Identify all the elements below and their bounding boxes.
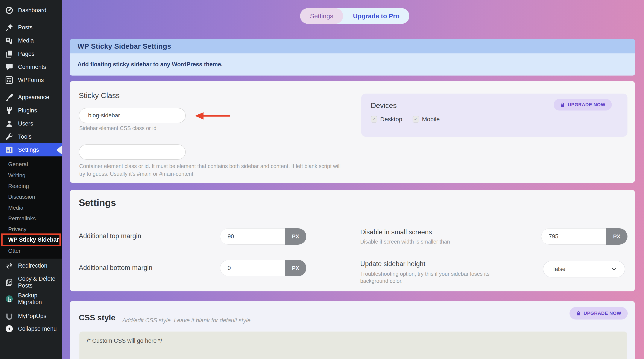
submenu-item-media[interactable]: Media [0,202,62,213]
sidebar-item-backup-migration[interactable]: Backup Migration [0,293,62,305]
sidebar-item-copy-delete-posts[interactable]: Copy & Delete Posts [0,273,62,292]
plugin-subheader: Add floating sticky sidebar to any WordP… [70,53,635,75]
submenu-item-permalinks[interactable]: Permalinks [0,213,62,224]
small-screens-unit-badge: PX [606,228,628,245]
mypopups-icon [5,312,13,320]
plugin-header: WP Sticky Sidebar Settings [70,39,635,53]
sidebar-item-plugins[interactable]: Plugins [0,104,62,117]
sidebar-item-users[interactable]: Users [0,117,62,130]
submenu-item-writing[interactable]: Writing [0,170,62,181]
plugins-icon [5,106,13,115]
sidebar-item-redirection[interactable]: Redirection [0,259,62,272]
small-screens-label: Disable in small screens [360,228,432,236]
collapse-menu-button[interactable]: Collapse menu [0,322,62,335]
users-icon [5,119,13,128]
posts-icon [5,23,13,31]
tab-upgrade-to-pro[interactable]: Upgrade to Pro [343,8,409,24]
submenu-item-otter[interactable]: Otter [0,246,62,256]
devices-card: Devices UPGRADE NOW ✓ Desktop ✓ Mobile [361,93,628,137]
devices-upgrade-now-button[interactable]: UPGRADE NOW [554,99,612,110]
update-sidebar-height-select[interactable]: false [543,261,625,278]
css-style-heading: CSS style [79,313,116,322]
submenu-label: Privacy [8,226,26,233]
submenu-label: Discussion [8,194,35,200]
checkbox-mobile-label: Mobile [422,116,440,123]
backup-migration-icon [5,295,13,303]
submenu-item-general[interactable]: General [0,159,62,170]
sidebar-item-mypopups[interactable]: MyPopUps [0,310,62,323]
container-class-input[interactable] [79,144,186,160]
sticky-class-heading: Sticky Class [79,91,120,100]
submenu-item-discussion[interactable]: Discussion [0,191,62,202]
submenu-item-reading[interactable]: Reading [0,181,62,191]
upgrade-now-label: UPGRADE NOW [584,311,621,316]
admin-sidebar: Dashboard Posts Media Pages Comments WPF… [0,0,62,359]
dashboard-icon [5,6,13,14]
sidebar-item-pages[interactable]: Pages [0,47,62,60]
upgrade-now-label: UPGRADE NOW [568,102,605,107]
bottom-margin-unit-badge: PX [285,260,306,276]
tab-settings[interactable]: Settings [300,8,343,24]
settings-card: Settings Additional top margin PX Disabl… [70,190,635,291]
css-style-card: CSS style Add/edit CSS style. Leave it b… [70,301,635,359]
bottom-margin-input[interactable] [220,260,285,276]
small-screens-field: PX [541,228,628,245]
checkbox-mobile[interactable]: ✓ Mobile [412,116,440,123]
sidebar-item-label: Plugins [18,107,37,114]
sidebar-item-label: Redirection [18,262,48,269]
check-icon: ✓ [371,116,377,122]
sidebar-item-label: MyPopUps [18,313,46,320]
sticky-class-card: Sticky Class Sidebar element CSS class o… [70,81,635,183]
sidebar-item-label: Comments [18,64,46,70]
sidebar-item-settings[interactable]: Settings [0,143,62,156]
sidebar-item-tools[interactable]: Tools [0,130,62,143]
custom-css-textarea[interactable]: /* Custom CSS will go here */ [80,332,627,359]
sidebar-item-label: Pages [18,51,34,57]
css-style-note: Add/edit CSS style. Leave it blank for d… [122,317,252,324]
media-icon [5,36,13,45]
sidebar-item-appearance[interactable]: Appearance [0,91,62,104]
checkbox-desktop[interactable]: ✓ Desktop [371,116,402,123]
select-value: false [553,266,566,273]
annotation-highlight-box [1,234,61,246]
sidebar-item-label: Backup Migration [18,292,62,306]
sidebar-item-label: Media [18,37,34,44]
top-margin-label: Additional top margin [79,232,141,240]
chevron-down-icon [611,266,618,272]
page-subtitle: Add floating sticky sidebar to any WordP… [78,61,222,68]
pointer-arrow-icon [193,110,232,121]
sidebar-item-label: Dashboard [18,7,46,14]
settings-icon [5,146,13,154]
top-margin-field: PX [220,228,306,245]
appearance-icon [5,93,13,101]
sidebar-item-posts[interactable]: Posts [0,21,62,34]
submenu-label: Permalinks [8,215,36,222]
top-margin-unit-badge: PX [285,228,306,245]
wp-sticky-sidebar-settings-page: Dashboard Posts Media Pages Comments WPF… [0,0,644,359]
small-screens-input[interactable] [541,228,606,245]
tab-settings-label: Settings [310,12,333,20]
css-upgrade-now-button[interactable]: UPGRADE NOW [570,307,628,320]
sticky-class-helper: Sidebar element CSS class or id [79,125,156,131]
check-icon: ✓ [412,116,419,122]
tab-upgrade-label: Upgrade to Pro [353,12,400,20]
lock-icon [576,311,581,316]
page-tabs: Settings Upgrade to Pro [300,8,409,24]
submenu-label: Media [8,205,24,211]
sidebar-item-dashboard[interactable]: Dashboard [0,4,62,17]
sidebar-item-label: Posts [18,24,33,31]
submenu-item-privacy[interactable]: Privacy [0,224,62,235]
sidebar-item-media[interactable]: Media [0,34,62,47]
sidebar-item-label: Copy & Delete Posts [18,276,61,289]
settings-heading: Settings [79,197,116,208]
comments-icon [5,63,13,71]
copy-delete-icon [5,278,13,287]
redirection-icon [5,262,13,270]
sidebar-item-wpforms[interactable]: WPForms [0,74,62,86]
submenu-label: Otter [8,248,20,254]
devices-heading: Devices [371,101,397,110]
sticky-class-input[interactable] [79,108,186,123]
sidebar-height-helper: Troubleshooting option, try this if your… [360,270,515,285]
top-margin-input[interactable] [220,228,285,245]
sidebar-item-comments[interactable]: Comments [0,60,62,73]
